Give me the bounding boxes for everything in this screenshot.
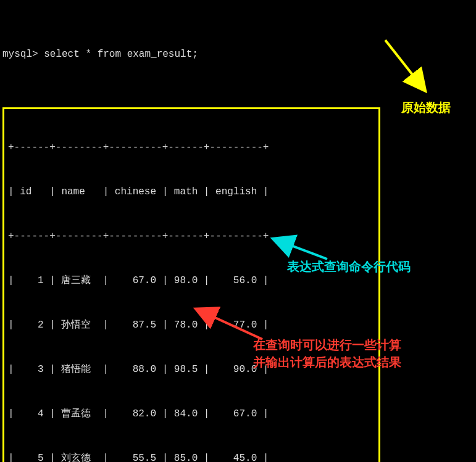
annotation-red-line1: 在查询时可以进行一些计算 <box>253 336 401 353</box>
table1-border-top: +------+--------+---------+------+------… <box>8 140 375 155</box>
table1-header: | id | name | chinese | math | english | <box>8 184 375 199</box>
table1-border-mid: +------+--------+---------+------+------… <box>8 229 375 244</box>
table-row: | 5 | 刘玄德 | 55.5 | 85.0 | 45.0 | <box>8 451 375 462</box>
sql-query-1: mysql> select * from exam_result; <box>2 47 474 62</box>
table-row: | 2 | 孙悟空 | 87.5 | 78.0 | 77.0 | <box>8 318 375 332</box>
result-table-1-box: +------+--------+---------+------+------… <box>2 107 380 462</box>
table-row: | 4 | 曹孟德 | 82.0 | 84.0 | 67.0 | <box>8 406 375 421</box>
annotation-red-line2: 并输出计算后的表达式结果 <box>253 353 401 371</box>
table-row: | 1 | 唐三藏 | 67.0 | 98.0 | 56.0 | <box>8 273 375 288</box>
annotation-red: 在查询时可以进行一些计算 并输出计算后的表达式结果 <box>253 336 401 371</box>
terminal-output: mysql> select * from exam_result; +-----… <box>0 0 476 462</box>
annotation-yellow: 原始数据 <box>401 99 451 116</box>
annotation-cyan: 表达式查询命令行代码 <box>287 258 411 275</box>
